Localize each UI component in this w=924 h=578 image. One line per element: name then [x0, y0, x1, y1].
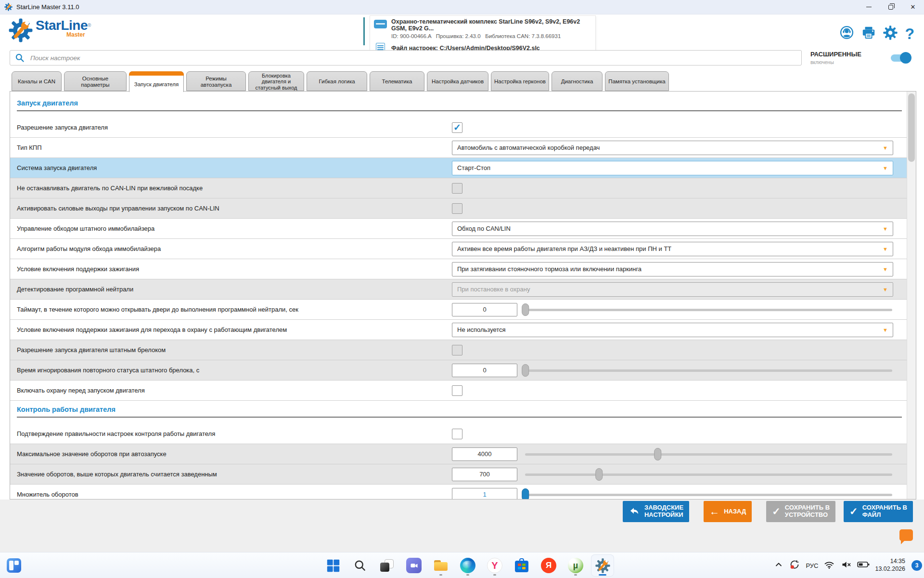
- wifi-icon[interactable]: [823, 559, 835, 572]
- search-taskbar-icon[interactable]: [348, 554, 372, 577]
- tab-diagnostics[interactable]: Диагностика: [552, 71, 603, 91]
- checkbox[interactable]: [452, 183, 462, 194]
- advanced-state: включены: [810, 59, 834, 65]
- setting-control: При затягивании стояночного тормоза или …: [452, 262, 907, 276]
- start-icon[interactable]: [321, 554, 345, 577]
- tab-flex-logic[interactable]: Гибкая логика: [307, 71, 367, 91]
- dropdown[interactable]: При постановке в охрану▼: [452, 282, 893, 297]
- tab-label: Запуск двигателя: [134, 81, 179, 88]
- setting-label: Разрешение запуска двигателя штатным бре…: [17, 346, 452, 354]
- support-chat-icon[interactable]: [899, 529, 913, 541]
- utorrent-icon[interactable]: µ: [564, 554, 587, 577]
- clock[interactable]: 14:35 13.02.2026: [875, 558, 905, 573]
- value-input[interactable]: 0: [452, 303, 517, 316]
- save-to-device-button[interactable]: ✓СОХРАНИТЬ В УСТРОЙСТВО: [766, 501, 835, 522]
- setting-control: При постановке в охрану▼: [452, 282, 907, 297]
- dropdown-value: При затягивании стояночного тормоза или …: [457, 265, 642, 273]
- chevron-down-icon: ▼: [879, 165, 888, 171]
- close-button[interactable]: ✕: [902, 0, 924, 14]
- value-input[interactable]: 700: [452, 468, 517, 481]
- starline-master-icon[interactable]: [591, 554, 614, 577]
- chevron-down-icon: ▼: [879, 287, 888, 292]
- slider-track: [525, 369, 892, 372]
- advanced-toggle[interactable]: [891, 54, 910, 62]
- file-explorer-icon[interactable]: [429, 554, 452, 577]
- setting-control: ✓: [452, 122, 907, 133]
- checkbox[interactable]: [452, 429, 462, 439]
- scrollbar[interactable]: [907, 92, 916, 499]
- tab-autostart-modes[interactable]: Режимы автозапуска: [186, 71, 246, 91]
- checkbox[interactable]: [452, 345, 462, 355]
- starline-logo: StarLine® Master: [9, 18, 91, 44]
- checkbox[interactable]: [452, 385, 462, 396]
- slider-thumb[interactable]: [595, 468, 603, 481]
- value-input[interactable]: 4000: [452, 447, 517, 461]
- slider-thumb[interactable]: [522, 364, 529, 377]
- support-icon[interactable]: [839, 25, 854, 42]
- help-icon[interactable]: ?: [905, 26, 914, 41]
- checkbox-checked[interactable]: ✓: [452, 122, 462, 133]
- setting-row: Множитель оборотов1: [10, 485, 907, 499]
- factory-reset-button[interactable]: ЗАВОДСКИЕ НАСТРОЙКИ: [623, 501, 689, 522]
- value-input[interactable]: 0: [452, 364, 517, 377]
- dropdown[interactable]: Обход по CAN/LIN▼: [452, 222, 893, 236]
- slider[interactable]: [525, 303, 892, 316]
- setting-row: Система запуска двигателяСтарт-Стоп▼: [10, 158, 907, 178]
- tray-expand-icon[interactable]: [774, 560, 783, 571]
- tab-engine-start[interactable]: Запуск двигателя: [129, 71, 184, 92]
- header-divider: [363, 17, 365, 45]
- section-title: Запуск двигателя: [17, 99, 907, 107]
- tab-telematics[interactable]: Телематика: [370, 71, 424, 91]
- dropdown[interactable]: Активен все время работы двигателя при А…: [452, 242, 893, 256]
- save-to-file-button[interactable]: ✓СОХРАНИТЬ В ФАЙЛ: [844, 501, 913, 522]
- slider[interactable]: [525, 468, 892, 481]
- setting-row: Активировать силовые выходы при управлен…: [10, 198, 907, 219]
- tab-installer-notes[interactable]: Памятка установщика: [605, 71, 669, 91]
- tab-sensors[interactable]: Настройка датчиков: [427, 71, 488, 91]
- tab-engine-block[interactable]: Блокировка двигателя и статусный выход: [248, 71, 304, 91]
- volume-muted-icon[interactable]: [840, 559, 852, 572]
- print-icon[interactable]: [861, 26, 876, 42]
- language-indicator[interactable]: РУС: [806, 562, 818, 569]
- button-label: ЗАВОДСКИЕ НАСТРОЙКИ: [644, 504, 683, 518]
- chat-icon[interactable]: [402, 554, 425, 577]
- task-view-icon[interactable]: [375, 554, 398, 577]
- dropdown[interactable]: Не используется▼: [452, 323, 893, 337]
- chevron-down-icon: ▼: [879, 266, 888, 272]
- slider[interactable]: [525, 488, 892, 500]
- battery-icon[interactable]: [857, 559, 870, 572]
- edge-icon[interactable]: [456, 554, 479, 577]
- slider[interactable]: [525, 447, 892, 461]
- microsoft-store-icon[interactable]: [510, 554, 533, 577]
- tab-reed-switches[interactable]: Настройка герконов: [491, 71, 549, 91]
- dropdown[interactable]: При затягивании стояночного тормоза или …: [452, 262, 893, 276]
- restore-button[interactable]: [880, 0, 902, 14]
- slider-thumb[interactable]: [522, 303, 529, 316]
- dropdown[interactable]: Старт-Стоп▼: [452, 161, 893, 175]
- recording-icon[interactable]: [789, 559, 800, 572]
- scrollbar-thumb[interactable]: [908, 93, 915, 162]
- back-button[interactable]: ←НАЗАД: [704, 501, 752, 522]
- setting-row: Управление обходом штатного иммобилайзер…: [10, 219, 907, 239]
- minimize-button[interactable]: [858, 0, 880, 14]
- slider-thumb[interactable]: [522, 488, 529, 500]
- tab-channels-can[interactable]: Каналы и CAN: [12, 71, 62, 91]
- system-tray: РУС 14:35 13.02.2026 3: [774, 552, 922, 578]
- tab-main-params[interactable]: Основные параметры: [64, 71, 127, 91]
- notification-badge[interactable]: 3: [911, 560, 922, 571]
- search-input[interactable]: Поиск настроек: [10, 50, 802, 66]
- widgets-icon[interactable]: [7, 558, 21, 573]
- settings-gear-icon[interactable]: [883, 26, 898, 42]
- checkbox[interactable]: [452, 203, 462, 214]
- tab-label: Каналы и CAN: [18, 79, 55, 85]
- yandex-browser-icon[interactable]: Я: [537, 554, 560, 577]
- button-label: СОХРАНИТЬ В ФАЙЛ: [862, 504, 907, 518]
- back-arrow-icon: ←: [709, 506, 719, 517]
- dropdown[interactable]: Автомобиль с автоматической коробкой пер…: [452, 141, 893, 155]
- slider[interactable]: [525, 364, 892, 377]
- slider-thumb[interactable]: [654, 448, 661, 460]
- yandex-start-icon[interactable]: Y: [483, 554, 506, 577]
- dropdown-value: При постановке в охрану: [457, 286, 530, 293]
- value-input[interactable]: 1: [452, 488, 517, 500]
- settings-tabs: Каналы и CANОсновные параметрыЗапуск дви…: [12, 70, 669, 91]
